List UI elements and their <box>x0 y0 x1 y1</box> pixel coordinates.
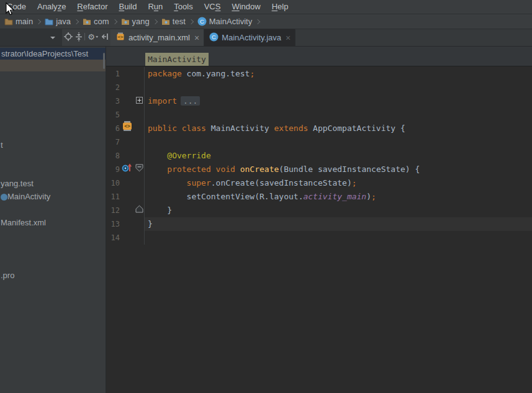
tree-item-mainactivity[interactable]: MainActivity <box>7 192 50 202</box>
tree-item-label: .pro <box>1 271 14 280</box>
code-line-7[interactable]: 7 <box>106 135 532 149</box>
breadcrumb-chevron-icon <box>74 19 79 24</box>
class-icon: C <box>197 17 207 26</box>
gutter: 13 <box>106 217 145 231</box>
svg-text:C: C <box>212 34 216 40</box>
gutter: 8 <box>106 149 145 163</box>
breadcrumb: mainjavacomyangtestCMainActivity <box>0 14 532 29</box>
breadcrumb-item-com[interactable]: com <box>83 17 109 26</box>
breadcrumb-item-test[interactable]: test <box>161 17 186 26</box>
tree-item-manifest-xml[interactable]: Manifest.xml <box>1 218 46 228</box>
gear-button[interactable]: ⚙ <box>87 32 99 44</box>
gutter: 14 <box>106 231 145 245</box>
class-icon: C <box>209 32 219 43</box>
android-activity-icon[interactable]: <> <box>122 121 133 136</box>
menu-run[interactable]: Run <box>142 0 168 14</box>
menu-code[interactable]: Code <box>1 0 32 14</box>
tab-label: MainActivity.java <box>222 33 281 42</box>
menu-build[interactable]: Build <box>114 0 143 14</box>
pin-icon <box>101 32 109 44</box>
code-line-11[interactable]: 11 setContentView(R.layout.activity_main… <box>106 190 532 204</box>
tab-row: ⚙ <>activity_main.xml×CMainActivity.java… <box>0 29 532 47</box>
code-line-8[interactable]: 8 @Override <box>106 149 532 163</box>
close-icon[interactable]: × <box>194 34 199 42</box>
code-line-1[interactable]: 1package com.yang.test; <box>106 67 532 81</box>
breadcrumb-item-mainactivity[interactable]: CMainActivity <box>197 17 252 26</box>
tree-item-label: Manifest.xml <box>1 218 46 227</box>
tree-item--pro[interactable]: .pro <box>1 271 14 281</box>
line-number: 8 <box>106 149 120 163</box>
code-area[interactable]: 1package com.yang.test;23import...56<>pu… <box>106 67 532 393</box>
line-number: 7 <box>106 135 120 149</box>
breadcrumb-chevron-icon <box>189 19 194 24</box>
line-number: 11 <box>106 190 120 204</box>
menu-vcs[interactable]: VCS <box>199 0 227 14</box>
gutter: 9 <box>106 163 145 176</box>
menu-refactor[interactable]: Refactor <box>71 0 113 14</box>
pin-button[interactable] <box>101 32 109 44</box>
tab-mainactivity-java[interactable]: CMainActivity.java× <box>204 29 295 46</box>
breadcrumb-item-yang[interactable]: yang <box>121 17 150 26</box>
override-icon[interactable] <box>122 163 132 177</box>
code-text: protected void onCreate(Bundle savedInst… <box>145 163 532 176</box>
line-number: 5 <box>106 108 120 122</box>
code-line-3[interactable]: 3import... <box>106 94 532 108</box>
menu-window[interactable]: Window <box>226 0 266 14</box>
code-text <box>145 108 532 122</box>
line-number: 6 <box>106 122 120 135</box>
breadcrumb-label: com <box>94 17 109 26</box>
fold-top-icon[interactable] <box>135 163 143 176</box>
line-number: 14 <box>106 231 120 245</box>
fold-plus-icon[interactable] <box>136 94 143 108</box>
code-line-9[interactable]: 9 protected void onCreate(Bundle savedIn… <box>106 163 532 176</box>
svg-text:<>: <> <box>124 124 130 129</box>
collapse-all-button[interactable] <box>74 32 83 44</box>
breadcrumb-item-java[interactable]: java <box>45 17 71 26</box>
line-number: 2 <box>106 81 120 94</box>
gear-icon: ⚙ <box>87 32 99 44</box>
code-line-13[interactable]: 13} <box>106 217 532 231</box>
context-chip[interactable]: MainActivity <box>145 53 209 66</box>
project-panel-header <box>0 29 62 46</box>
gutter: 6<> <box>106 122 145 135</box>
project-root-row[interactable]: strator\IdeaProjects\Test <box>0 48 106 60</box>
code-text: } <box>145 217 532 231</box>
menu-help[interactable]: Help <box>266 0 294 14</box>
editor-context-bar: MainActivity <box>106 47 532 66</box>
menu-tools[interactable]: Tools <box>168 0 198 14</box>
chevron-down-icon[interactable] <box>50 37 55 39</box>
collapse-all-icon <box>74 32 83 44</box>
fold-bottom-icon[interactable] <box>135 204 143 217</box>
menu-analyze[interactable]: Analyze <box>32 0 71 14</box>
code-line-14[interactable]: 14 <box>106 231 532 245</box>
editor[interactable]: MainActivity 1package com.yang.test;23im… <box>106 47 532 393</box>
tree-item-t[interactable]: t <box>1 140 3 150</box>
project-panel[interactable]: strator\IdeaProjects\Test tyang.testMain… <box>0 47 106 393</box>
code-line-6[interactable]: 6<>public class MainActivity extends App… <box>106 122 532 135</box>
breadcrumb-label: main <box>16 17 33 26</box>
locate-button[interactable] <box>63 32 73 44</box>
code-text <box>145 81 532 94</box>
line-number: 3 <box>106 94 120 108</box>
code-line-5[interactable]: 5 <box>106 108 532 122</box>
breadcrumb-label: test <box>173 17 186 26</box>
editor-tabs: <>activity_main.xml×CMainActivity.java× <box>110 29 295 46</box>
gutter: 11 <box>106 190 145 204</box>
toolbar-separator <box>84 32 86 44</box>
locate-icon <box>63 32 73 44</box>
code-line-10[interactable]: 10 super.onCreate(savedInstanceState); <box>106 176 532 190</box>
breadcrumb-item-main[interactable]: main <box>4 17 33 26</box>
sidebar-scrollbar[interactable] <box>103 53 105 69</box>
gutter: 7 <box>106 135 145 149</box>
tab-activity-main-xml[interactable]: <>activity_main.xml× <box>110 29 204 46</box>
project-hover-row[interactable] <box>0 60 106 71</box>
line-number: 1 <box>106 67 120 81</box>
code-text: @Override <box>145 149 532 163</box>
code-line-12[interactable]: 12 } <box>106 204 532 217</box>
android-file-icon: <> <box>115 32 125 43</box>
code-line-2[interactable]: 2 <box>106 81 532 94</box>
folded-imports-chip[interactable]: ... <box>181 96 200 106</box>
tree-item-yang-test[interactable]: yang.test <box>1 179 34 189</box>
close-icon[interactable]: × <box>286 34 291 42</box>
breadcrumb-chevron-icon <box>36 19 41 24</box>
